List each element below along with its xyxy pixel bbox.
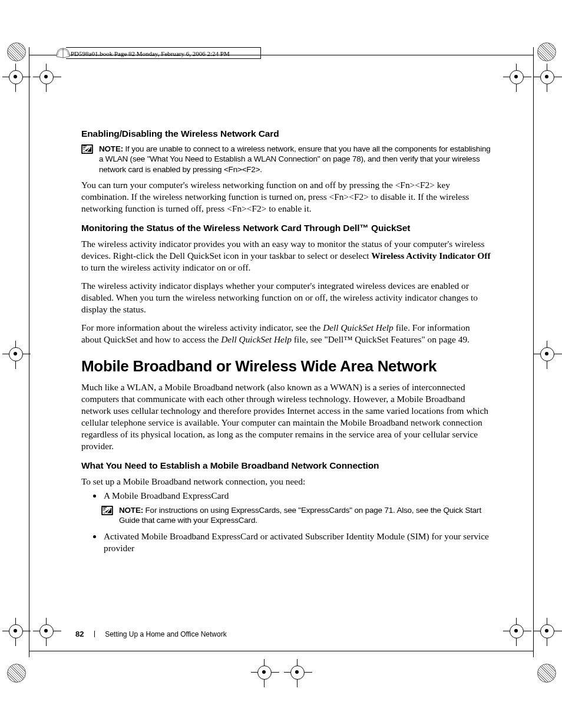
content-area: Enabling/Disabling the Wireless Network … bbox=[81, 129, 491, 558]
crop-mark bbox=[536, 66, 557, 87]
crop-mark bbox=[35, 66, 57, 87]
crop-line-left bbox=[29, 47, 29, 657]
crop-mark bbox=[536, 343, 557, 364]
para-monitoring-1: The wireless activity indicator provides… bbox=[81, 238, 491, 274]
heading-enable-disable: Enabling/Disabling the Wireless Network … bbox=[81, 129, 491, 139]
note-block-2: NOTE: For instructions on using ExpressC… bbox=[101, 505, 491, 526]
para-enable-disable: You can turn your computer's wireless ne… bbox=[81, 179, 491, 215]
crop-mark bbox=[253, 661, 275, 683]
text-frag: file, see "Dell™ QuickSet Features" on p… bbox=[292, 334, 470, 344]
para-mobile-broadband: Much like a WLAN, a Mobile Broadband net… bbox=[81, 381, 491, 452]
note-text-1: NOTE: If you are unable to connect to a … bbox=[99, 144, 491, 174]
heading-what-you-need: What You Need to Establish a Mobile Broa… bbox=[81, 460, 491, 471]
para-what-you-need: To set up a Mobile Broadband network con… bbox=[81, 476, 491, 487]
note-icon bbox=[81, 144, 93, 154]
para-monitoring-2: The wireless activity indicator displays… bbox=[81, 280, 491, 315]
text-italic: Dell QuickSet Help bbox=[323, 322, 394, 332]
crop-mark bbox=[536, 620, 557, 641]
page-footer: 82 Setting Up a Home and Office Network bbox=[75, 630, 227, 638]
note-body: If you are unable to connect to a wirele… bbox=[99, 144, 491, 174]
heading-monitoring: Monitoring the Status of the Wireless Ne… bbox=[81, 223, 491, 233]
text-frag: to turn the wireless activity indicator … bbox=[81, 262, 250, 272]
list-item: Activated Mobile Broadband ExpressCard o… bbox=[103, 531, 491, 554]
note-block-1: NOTE: If you are unable to connect to a … bbox=[81, 144, 491, 174]
registration-mark-tr bbox=[537, 42, 556, 61]
list-item: A Mobile Broadband ExpressCard bbox=[103, 490, 491, 502]
crop-mark bbox=[5, 66, 26, 87]
chapter-title: Setting Up a Home and Office Network bbox=[105, 630, 227, 638]
crop-mark bbox=[505, 620, 527, 641]
crop-mark bbox=[5, 620, 26, 641]
registration-mark-br bbox=[537, 664, 556, 683]
page: PD598a01.book Page 82 Monday, February 6… bbox=[0, 0, 562, 728]
running-head-box bbox=[66, 47, 261, 59]
note-label: NOTE: bbox=[99, 144, 123, 153]
footer-separator bbox=[94, 631, 95, 637]
note-label: NOTE: bbox=[119, 506, 143, 515]
text-italic: Dell QuickSet Help bbox=[221, 334, 292, 344]
crop-line-bottom bbox=[29, 651, 534, 651]
crop-mark bbox=[286, 661, 308, 683]
para-monitoring-3: For more information about the wireless … bbox=[81, 322, 491, 345]
text-frag: For more information about the wireless … bbox=[81, 322, 323, 332]
note-text-2: NOTE: For instructions on using ExpressC… bbox=[119, 505, 491, 526]
note-icon bbox=[101, 506, 113, 515]
text-bold: Wireless Activity Indicator Off bbox=[371, 251, 490, 261]
crop-mark bbox=[35, 620, 57, 641]
book-icon bbox=[55, 45, 71, 60]
bullet-list: Activated Mobile Broadband ExpressCard o… bbox=[81, 531, 491, 554]
heading-mobile-broadband: Mobile Broadband or Wireless Wide Area N… bbox=[81, 357, 491, 375]
crop-line-right bbox=[533, 47, 534, 657]
crop-mark bbox=[505, 66, 527, 87]
registration-mark-bl bbox=[7, 664, 26, 683]
note-body: For instructions on using ExpressCards, … bbox=[119, 506, 481, 525]
crop-mark bbox=[5, 343, 26, 364]
bullet-list: A Mobile Broadband ExpressCard bbox=[81, 490, 491, 502]
page-number: 82 bbox=[75, 630, 84, 638]
registration-mark-tl bbox=[7, 42, 26, 61]
